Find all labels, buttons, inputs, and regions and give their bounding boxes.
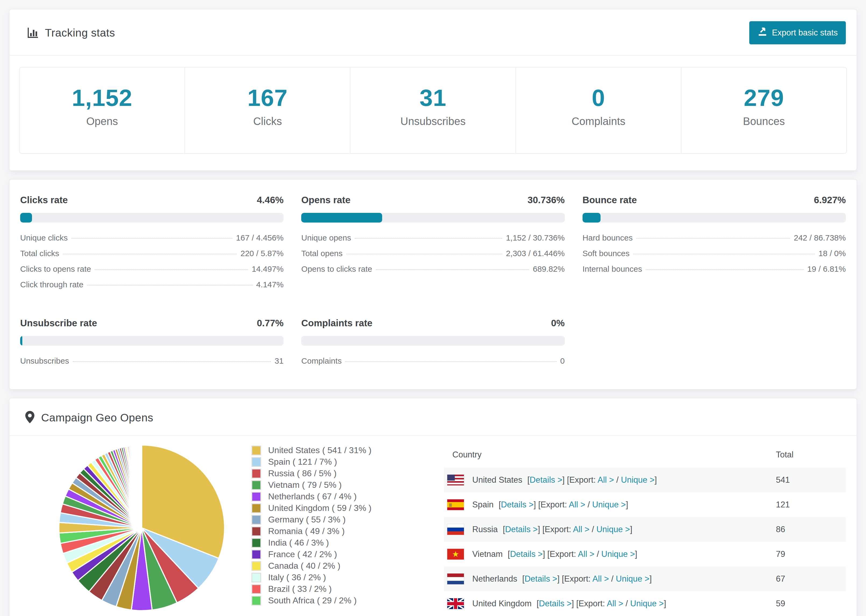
map-pin-icon <box>25 411 35 425</box>
export-all-link[interactable]: All > <box>578 549 594 559</box>
spain-flag-icon <box>447 499 464 511</box>
vietnam-flag-icon <box>447 548 464 560</box>
legend-item-netherlands[interactable]: Netherlands ( 67 / 4% ) <box>252 491 444 502</box>
export-unique-link[interactable]: Unique > <box>596 525 630 534</box>
bar-chart-icon <box>27 27 39 39</box>
legend-swatch <box>252 492 261 501</box>
details-link[interactable]: Details > <box>529 475 562 485</box>
legend-item-united-kingdom[interactable]: United Kingdom ( 59 / 3% ) <box>252 502 444 514</box>
legend-item-italy[interactable]: Italy ( 36 / 2% ) <box>252 572 444 583</box>
stat-detail-row: Hard bounces242 / 86.738% <box>583 233 846 249</box>
details-link[interactable]: Details > <box>539 599 572 608</box>
bounce-rate-value: 6.927% <box>814 195 846 205</box>
total-value: 86 <box>776 525 838 534</box>
header-divider <box>9 55 857 56</box>
opens-rate-section: Opens rate 30.736% Unique opens1,152 / 3… <box>301 195 565 295</box>
geo-table-row-vietnam: Vietnam [Details >] [Export: All > / Uni… <box>444 542 846 567</box>
dashboard-page: Tracking stats Export basic stats 1,152 … <box>0 0 866 616</box>
details-link[interactable]: Details > <box>524 574 557 583</box>
legend-item-canada[interactable]: Canada ( 40 / 2% ) <box>252 560 444 572</box>
stat-detail-row: Click through rate4.147% <box>20 280 283 295</box>
legend-swatch <box>252 526 261 536</box>
legend-swatch <box>252 573 261 582</box>
legend-item-spain[interactable]: Spain ( 121 / 7% ) <box>252 456 444 468</box>
stat-detail-row: Unique opens1,152 / 30.736% <box>301 233 565 249</box>
stat-detail-row: Total clicks220 / 5.87% <box>20 249 283 264</box>
total-value: 59 <box>776 599 838 608</box>
total-value: 541 <box>776 475 838 485</box>
total-column-header: Total <box>776 450 838 460</box>
geo-table-row-united-states: United States [Details >] [Export: All >… <box>444 468 846 492</box>
legend-swatch <box>252 480 261 490</box>
export-basic-stats-button[interactable]: Export basic stats <box>749 21 846 44</box>
legend-item-india[interactable]: India ( 46 / 3% ) <box>252 537 444 548</box>
export-unique-link[interactable]: Unique > <box>630 599 664 608</box>
clicks-rate-section: Clicks rate 4.46% Unique clicks167 / 4.4… <box>20 195 283 295</box>
total-value: 121 <box>776 500 838 509</box>
legend-swatch <box>252 503 261 513</box>
united-states-flag-icon <box>447 475 464 486</box>
geo-opens-title: Campaign Geo Opens <box>41 412 153 424</box>
total-value: 67 <box>776 574 838 584</box>
export-unique-link[interactable]: Unique > <box>621 475 655 485</box>
legend-swatch <box>252 550 261 559</box>
legend-swatch <box>252 457 261 467</box>
bounce-rate-bar <box>583 213 846 223</box>
unsubscribe-rate-title: Unsubscribe rate <box>20 318 97 328</box>
export-unique-link[interactable]: Unique > <box>616 574 650 583</box>
united-kingdom-flag-icon <box>447 598 464 609</box>
clicks-rate-bar <box>20 213 283 223</box>
stat-bounces: 279 Bounces <box>682 68 846 153</box>
summary-stats-box: 1,152 Opens 167 Clicks 31 Unsubscribes 0… <box>19 67 847 154</box>
legend-item-south-africa[interactable]: South Africa ( 29 / 2% ) <box>252 595 444 606</box>
geo-table-row-spain: Spain [Details >] [Export: All > / Uniqu… <box>444 492 846 517</box>
export-all-link[interactable]: All > <box>569 500 585 509</box>
clicks-rate-value: 4.46% <box>257 195 283 205</box>
legend-item-vietnam[interactable]: Vietnam ( 79 / 5% ) <box>252 479 444 491</box>
geo-pie-chart[interactable] <box>20 442 252 616</box>
export-all-link[interactable]: All > <box>598 475 614 485</box>
stat-clicks: 167 Clicks <box>185 68 350 153</box>
legend-item-france[interactable]: France ( 42 / 2% ) <box>252 548 444 560</box>
legend-swatch <box>252 561 261 571</box>
legend-item-germany[interactable]: Germany ( 55 / 3% ) <box>252 514 444 525</box>
export-icon <box>757 27 768 39</box>
details-link[interactable]: Details > <box>505 525 538 534</box>
details-link[interactable]: Details > <box>510 549 542 559</box>
export-unique-link[interactable]: Unique > <box>592 500 626 509</box>
stat-complaints: 0 Complaints <box>516 68 682 153</box>
complaints-rate-section: Complaints rate 0% Complaints0 <box>301 318 565 372</box>
page-title: Tracking stats <box>45 27 115 39</box>
stat-detail-row: Unique clicks167 / 4.456% <box>20 233 283 249</box>
stat-detail-row: Internal bounces19 / 6.81% <box>583 264 846 280</box>
bounce-rate-title: Bounce rate <box>583 195 637 205</box>
bounce-rate-section: Bounce rate 6.927% Hard bounces242 / 86.… <box>583 195 846 295</box>
legend-item-united-states[interactable]: United States ( 541 / 31% ) <box>252 445 444 456</box>
legend-swatch <box>252 469 261 478</box>
legend-swatch <box>252 584 261 594</box>
export-all-link[interactable]: All > <box>607 599 623 608</box>
legend-item-romania[interactable]: Romania ( 49 / 3% ) <box>252 525 444 537</box>
export-all-link[interactable]: All > <box>573 525 589 534</box>
geo-opens-card: Campaign Geo Opens United States ( 541 /… <box>9 398 857 616</box>
stat-opens: 1,152 Opens <box>20 68 185 153</box>
legend-swatch <box>252 538 261 548</box>
opens-rate-bar <box>301 213 565 223</box>
total-value: 79 <box>776 549 838 559</box>
rates-card: Clicks rate 4.46% Unique clicks167 / 4.4… <box>9 179 857 390</box>
unsubscribe-rate-value: 0.77% <box>257 318 283 328</box>
legend-item-brazil[interactable]: Brazil ( 33 / 2% ) <box>252 583 444 595</box>
stat-detail-row: Clicks to opens rate14.497% <box>20 264 283 280</box>
legend-swatch <box>252 446 261 455</box>
stat-detail-row: Unsubscribes31 <box>20 357 283 372</box>
geo-table-header: Country Total <box>444 442 846 468</box>
geo-legend: United States ( 541 / 31% ) Spain ( 121 … <box>252 442 444 616</box>
legend-item-russia[interactable]: Russia ( 86 / 5% ) <box>252 468 444 479</box>
geo-opens-content: United States ( 541 / 31% ) Spain ( 121 … <box>9 436 857 616</box>
russia-flag-icon <box>447 524 464 535</box>
export-unique-link[interactable]: Unique > <box>601 549 635 559</box>
export-all-link[interactable]: All > <box>592 574 609 583</box>
stat-detail-row: Complaints0 <box>301 357 565 372</box>
stat-unsubscribes: 31 Unsubscribes <box>350 68 516 153</box>
details-link[interactable]: Details > <box>501 500 534 509</box>
